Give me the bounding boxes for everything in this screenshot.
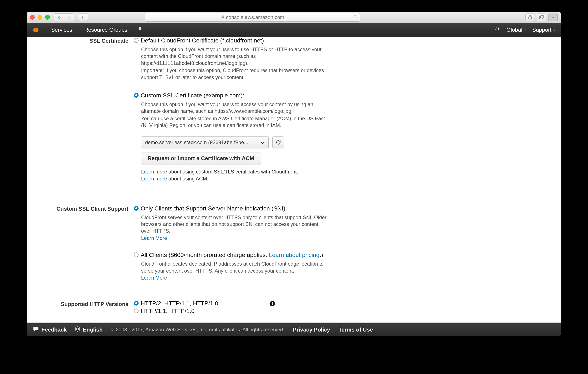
- tabs-button[interactable]: [537, 13, 546, 21]
- learn-pricing-link[interactable]: Learn about pricing: [269, 252, 320, 258]
- radio-all-clients-label: All Clients ($600/month prorated charge …: [141, 252, 323, 258]
- nav-region[interactable]: Global ▾: [506, 27, 526, 33]
- radio-http2-label: HTTP/2, HTTP/1.1, HTTP/1.0: [141, 300, 218, 307]
- request-certificate-button[interactable]: Request or Import a Certificate with ACM: [141, 153, 261, 164]
- nav-services-label: Services: [51, 27, 72, 33]
- aws-logo-icon[interactable]: [32, 27, 39, 33]
- chevron-down-icon: ▾: [525, 28, 526, 32]
- radio-http11-label: HTTP/1.1, HTTP/1.0: [141, 308, 195, 314]
- cert-select-row: demo.serverless-stack.com (93691abe-f8be…: [141, 137, 328, 148]
- radio-icon: [134, 38, 138, 43]
- cert-dropdown[interactable]: demo.serverless-stack.com (93691abe-f8be…: [141, 137, 269, 148]
- radio-http2[interactable]: HTTP/2, HTTP/1.1, HTTP/1.0: [134, 300, 328, 307]
- radio-custom-cert-label: Custom SSL Certificate (example.com):: [141, 92, 244, 99]
- radio-icon: [134, 206, 138, 211]
- privacy-policy-link[interactable]: Privacy Policy: [293, 326, 330, 333]
- sidebar-toggle-button[interactable]: [78, 13, 88, 21]
- nav-support[interactable]: Support ▾: [532, 27, 555, 33]
- learn-more-link[interactable]: Learn More: [141, 235, 167, 241]
- radio-default-cert[interactable]: Default CloudFront Certificate (*.cloudf…: [134, 37, 328, 44]
- radio-default-cert-label: Default CloudFront Certificate (*.cloudf…: [141, 37, 264, 44]
- learn-more-acm: Learn more about using ACM.: [141, 175, 328, 182]
- radio-icon: [134, 253, 138, 257]
- radio-sni-only[interactable]: Only Clients that Support Server Name In…: [134, 205, 328, 212]
- learn-more-link[interactable]: Learn more: [141, 169, 167, 174]
- feedback-link[interactable]: Feedback: [33, 326, 67, 333]
- forward-button[interactable]: [64, 13, 74, 21]
- radio-all-clients[interactable]: All Clients ($600/month prorated charge …: [134, 252, 328, 258]
- new-tab-button[interactable]: [548, 13, 557, 21]
- aws-top-nav: Services ▾ Resource Groups ▾ Global ▾ Su…: [27, 23, 561, 37]
- help-default-cert-2: Important: If you choose this option, Cl…: [141, 67, 328, 81]
- learn-more-sni: Learn More: [141, 235, 328, 242]
- radio-sni-only-label: Only Clients that Support Server Name In…: [141, 205, 285, 212]
- titlebar-right: [525, 13, 557, 21]
- learn-more-link[interactable]: Learn more: [141, 176, 167, 182]
- fullscreen-window-button[interactable]: [45, 15, 50, 20]
- help-all-clients: CloudFront allocates dedicated IP addres…: [141, 261, 328, 274]
- nav-services[interactable]: Services ▾: [47, 27, 80, 33]
- minimize-window-button[interactable]: [38, 15, 42, 20]
- chevron-down-icon: ▾: [554, 28, 555, 32]
- url-text: console.aws.amazon.com: [226, 14, 284, 20]
- nav-button-group: [54, 13, 74, 21]
- nav-resource-groups-label: Resource Groups: [84, 27, 127, 33]
- footer-left: Feedback English © 2008 - 2017, Amazon W…: [33, 326, 373, 333]
- row-http-versions: Supported HTTP Versions HTTP/2, HTTP/1.1…: [27, 300, 561, 314]
- learn-more-ssl-text: about using custom SSL/TLS certificates …: [167, 169, 298, 174]
- notifications-icon[interactable]: [494, 26, 500, 34]
- help-default-cert-1: Choose this option if you want your user…: [141, 46, 328, 66]
- share-button[interactable]: [525, 13, 535, 21]
- language-selector[interactable]: English: [75, 326, 103, 333]
- chevron-down-icon: [260, 139, 265, 145]
- radio-icon: [134, 301, 138, 306]
- feedback-label: Feedback: [42, 326, 67, 333]
- footer-copyright: © 2008 - 2017, Amazon Web Services, Inc.…: [111, 327, 284, 332]
- help-custom-cert-2: You can use a certificate stored in AWS …: [141, 115, 328, 129]
- aws-footer: Feedback English © 2008 - 2017, Amazon W…: [27, 322, 561, 336]
- nav-resource-groups[interactable]: Resource Groups ▾: [80, 27, 135, 33]
- info-icon[interactable]: [269, 300, 275, 308]
- lock-icon: [221, 15, 224, 20]
- back-button[interactable]: [54, 13, 64, 21]
- cert-dropdown-value: demo.serverless-stack.com (93691abe-f8be…: [145, 139, 248, 145]
- reload-icon[interactable]: [353, 14, 357, 20]
- refresh-cert-button[interactable]: [273, 137, 284, 148]
- label-ssl-certificate: SSL Certificate: [27, 37, 134, 182]
- safari-window: console.aws.amazon.com Services ▾: [27, 12, 561, 336]
- url-bar[interactable]: console.aws.amazon.com: [145, 13, 360, 21]
- help-sni-only: CloudFront serves your content over HTTP…: [141, 214, 328, 235]
- radio-icon: [134, 309, 138, 313]
- row-ssl-certificate: SSL Certificate Default CloudFront Certi…: [27, 37, 561, 182]
- help-custom-cert-1: Choose this option if you want your user…: [141, 101, 328, 115]
- footer-right: © 2008 - 2017, Amazon Web Services, Inc.…: [111, 326, 373, 333]
- chevron-down-icon: ▾: [129, 28, 131, 32]
- browser-titlebar: console.aws.amazon.com: [27, 12, 561, 23]
- pin-icon[interactable]: [138, 27, 142, 33]
- svg-point-7: [272, 302, 273, 303]
- label-http-versions: Supported HTTP Versions: [27, 300, 134, 314]
- window-controls: [30, 15, 50, 20]
- svg-rect-5: [540, 16, 544, 18]
- aws-content[interactable]: SSL Certificate Default CloudFront Certi…: [27, 37, 561, 322]
- nav-region-label: Global: [506, 27, 522, 33]
- radio-http11[interactable]: HTTP/1.1, HTTP/1.0: [134, 308, 328, 314]
- language-label: English: [83, 326, 103, 333]
- chevron-down-icon: ▾: [74, 28, 76, 32]
- learn-more-link[interactable]: Learn More: [141, 275, 167, 281]
- row-ssl-client-support: Custom SSL Client Support Only Clients t…: [27, 205, 561, 281]
- radio-custom-cert[interactable]: Custom SSL Certificate (example.com):: [134, 92, 328, 99]
- speech-bubble-icon: [33, 326, 39, 333]
- refresh-icon: [276, 140, 281, 145]
- nav-support-label: Support: [532, 27, 551, 33]
- terms-of-use-link[interactable]: Terms of Use: [339, 326, 373, 333]
- globe-icon: [75, 326, 80, 333]
- close-window-button[interactable]: [30, 15, 35, 20]
- request-certificate-label: Request or Import a Certificate with ACM: [148, 155, 254, 162]
- learn-more-ssl: Learn more about using custom SSL/TLS ce…: [141, 168, 328, 175]
- svg-rect-8: [272, 303, 273, 305]
- svg-rect-0: [81, 16, 85, 19]
- learn-more-all-clients: Learn More: [141, 274, 328, 281]
- svg-rect-2: [221, 16, 224, 18]
- learn-more-acm-text: about using ACM.: [167, 176, 209, 182]
